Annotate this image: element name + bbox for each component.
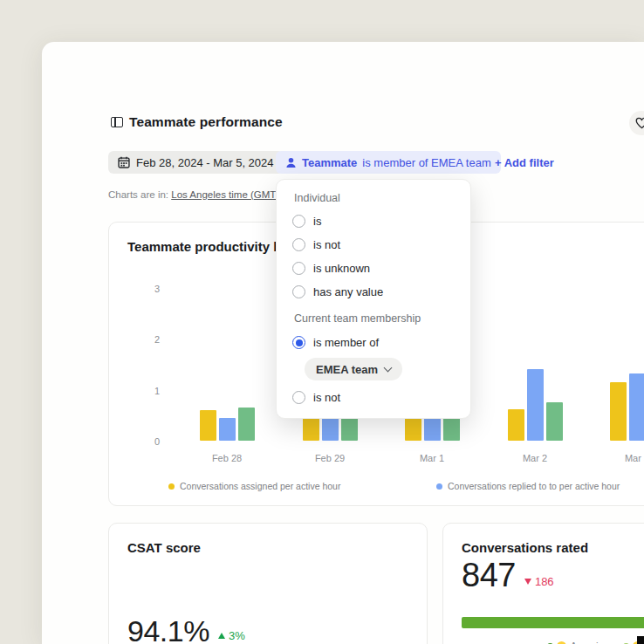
- bar-group: [508, 369, 563, 441]
- chart-title: Teammate productivity b: [127, 239, 281, 254]
- radio-circle[interactable]: [292, 238, 305, 251]
- date-range-pill[interactable]: Feb 28, 2024 - Mar 5, 2024: [108, 151, 284, 174]
- radio-option-is[interactable]: is: [292, 215, 455, 228]
- csat-delta: 3%: [218, 629, 245, 642]
- legend-dot: [168, 483, 175, 490]
- timezone-link[interactable]: Los Angeles time (GMT: [171, 189, 276, 200]
- heart-icon: [635, 117, 644, 129]
- popover-section-label: Individual: [294, 192, 455, 204]
- y-axis-tick: 3: [135, 284, 160, 294]
- bar: [546, 402, 563, 441]
- favorite-button[interactable]: [629, 111, 644, 135]
- page-background: { "window": { "title": "Teammate perform…: [0, 0, 644, 644]
- report-layout-icon: [111, 117, 123, 127]
- laughing-face-icon: [557, 641, 566, 644]
- legend-label: Conversations replied to to per active h…: [448, 481, 620, 491]
- radio-circle[interactable]: [292, 262, 305, 275]
- teammate-filter-attribute: Teammate: [302, 156, 357, 169]
- date-range-label: Feb 28, 2024 - Mar 5, 2024: [136, 156, 274, 169]
- team-select-button[interactable]: EMEA team: [305, 358, 402, 380]
- rated-delta: 186: [524, 575, 554, 588]
- legend-label: Conversations assigned per active hour: [180, 481, 340, 491]
- y-axis-tick: 1: [135, 386, 160, 396]
- chevron-down-icon: [384, 364, 393, 373]
- csat-title: CSAT score: [127, 540, 201, 555]
- popover-section-label: Current team membership: [294, 312, 455, 325]
- radio-option-has-any-value[interactable]: has any value: [292, 285, 455, 298]
- x-axis-label: Feb 28: [192, 453, 262, 463]
- x-axis-label: Mar 2: [500, 453, 570, 463]
- radio-option-is-not-2[interactable]: is not: [292, 391, 455, 404]
- bar-group: [200, 408, 255, 441]
- calendar-icon: [118, 156, 130, 168]
- conversations-rated-card: Conversations rated 847 186 Amazing Grea…: [442, 523, 644, 644]
- person-icon: [285, 157, 297, 168]
- page-title: Teammate performance: [129, 114, 283, 130]
- x-axis-label: Mar 1: [397, 453, 467, 463]
- y-axis-tick: 0: [135, 436, 160, 447]
- bar: [629, 373, 644, 441]
- rated-title: Conversations rated: [462, 540, 588, 555]
- csat-card: CSAT score 94.1% 3%: [108, 523, 428, 644]
- teammate-filter-pill[interactable]: Teammate is member of EMEA team: [276, 151, 501, 174]
- y-axis-tick: 2: [135, 334, 160, 345]
- radio-circle[interactable]: [292, 215, 305, 228]
- radio-option-is-not[interactable]: is not: [292, 238, 455, 251]
- filter-popover: Individual is is not is unknown has any …: [276, 179, 471, 419]
- radio-option-is-unknown[interactable]: is unknown: [292, 262, 455, 275]
- legend-dot: [436, 483, 442, 490]
- bar: [527, 369, 544, 441]
- cursor-artifact: [637, 636, 644, 644]
- radio-circle[interactable]: [292, 336, 305, 349]
- rated-value: 847: [462, 557, 516, 594]
- bar: [219, 418, 236, 441]
- radio-circle[interactable]: [292, 285, 305, 298]
- rating-legend: Amazing Great: [462, 641, 644, 644]
- bar-group: [610, 373, 644, 441]
- bar: [200, 410, 216, 441]
- timezone-note: Charts are in: Los Angeles time (GMT: [108, 189, 276, 200]
- bar: [238, 408, 255, 441]
- legend-item: Conversations assigned per active hour: [168, 481, 340, 491]
- radio-option-is-member-of[interactable]: is member of: [292, 336, 455, 349]
- x-axis-label: Feb 29: [295, 453, 365, 463]
- bar: [610, 382, 627, 441]
- rating-legend-item: Amazing: [547, 641, 609, 644]
- main-panel: Teammate performance Feb 28, 2024 - Mar …: [42, 42, 644, 644]
- radio-circle[interactable]: [292, 391, 305, 404]
- rating-progress-bar: [462, 617, 644, 628]
- bar: [508, 409, 524, 441]
- csat-value: 94.1%: [127, 614, 209, 644]
- x-axis-label: Mar 3: [602, 453, 644, 463]
- teammate-filter-condition: is member of EMEA team: [362, 156, 490, 169]
- legend-item: Conversations replied to to per active h…: [436, 481, 620, 491]
- up-triangle-icon: [218, 633, 225, 639]
- add-filter-button[interactable]: + Add filter: [495, 151, 554, 174]
- down-triangle-icon: [524, 579, 531, 585]
